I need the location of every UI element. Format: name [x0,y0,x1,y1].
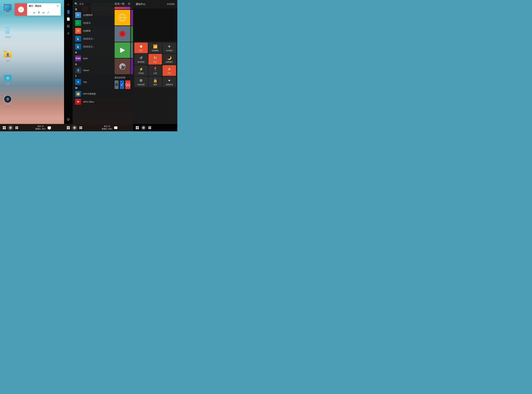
app-item-tim[interactable]: ✳ TIM [73,78,112,86]
section-header-t: T [73,74,112,78]
taskview-btn-right[interactable] [147,125,153,131]
app-icon-qq-custom1: 🐧 [75,36,81,42]
app-item-qq-custom2[interactable]: 🐧 QQ自定义... [73,43,112,51]
heart-icon-left[interactable]: ♡ [29,11,31,14]
circle-btn-left[interactable] [8,125,13,130]
toggle-clear-mem[interactable]: ✦ 清理内存 [162,77,176,87]
location-label: 位置 [153,72,157,75]
toggle-lock[interactable]: 🔒 锁屏 [148,77,162,87]
app-item-qq-custom1[interactable]: 🐧 QQ自定义... [73,35,112,43]
repeat-icon-left[interactable]: ↺ [47,11,49,14]
search-bar[interactable]: 🔍 [73,1,112,7]
taskbar-center-middle: ∧ 四月 18 星期日, 2021 [84,125,132,130]
windows-btn-left[interactable] [1,125,7,131]
notif-header: 通知中心 全部清除 [133,0,177,8]
sidebar-user[interactable]: 👤 [65,9,72,15]
music-widget-left[interactable]: ♪ 晴天 - 周杰伦 👕 ♡ ⏮ ⏸ ⏭ ↺ [15,3,61,16]
sidebar-settings[interactable]: ⚙ [65,30,72,37]
wifi-label: 无线网络 [151,49,159,52]
windows-logo-left [3,126,6,129]
windows-logo-right [136,126,139,129]
airplane-icon: ✈ [168,45,171,49]
next-btn-left[interactable]: ⏭ [42,11,45,14]
sidebar-photos[interactable]: 🖼 [65,23,72,30]
tiles-top-banner [115,7,130,9]
notif-clear-btn[interactable]: 全部清除 [167,3,175,5]
tile-steam-app[interactable] [115,59,130,74]
dnd-icon: 🌙 [167,56,172,60]
toggle-flashlight[interactable]: ⚡ 手电筒 [134,65,148,76]
sidebar-docs[interactable]: 📄 [65,16,72,22]
chat-btn-middle[interactable] [114,126,117,129]
recent-app-1[interactable]: ⚙ [115,80,119,89]
sidebar-power[interactable]: ⏻ [65,116,72,123]
notif-title: 通知中心 [136,3,146,6]
tile-play-store[interactable] [115,42,130,58]
app-item-qq-drawing[interactable]: ✏ QQ图制作 [73,11,112,19]
steam-icon-left[interactable]: S Steam [2,95,13,106]
toggle-wifi[interactable]: 📶 无线网络 [148,42,162,53]
tiles-panel: 生活一览 ⚙ [112,0,133,124]
tile-qq[interactable] [131,42,133,58]
sync-label: 同步 [153,61,157,63]
steam-glyph: S [77,69,79,72]
taskview-btn-left[interactable] [14,125,20,131]
recent-app-2[interactable]: ✓ [120,80,124,89]
date1-left: 四月 18 [37,125,43,128]
app-icon-rar: RAR [75,56,81,61]
airplane-label: 飞行模式 [166,49,173,52]
bluetooth-icon: ✱ [140,45,142,49]
app-icon-steam: S [75,67,81,73]
tile-wechat[interactable] [131,26,133,42]
toggle-location[interactable]: 📍 位置 [148,65,162,76]
app-name-rar: RAR [83,57,88,60]
date2-middle: 星期日, 2021 [102,128,112,130]
app-item-wps[interactable]: W WPS Office [73,98,112,106]
search-input[interactable] [79,3,110,5]
user-icon-left[interactable]: 👤 演户 [2,51,13,62]
app-item-wifi[interactable]: 📶 WiFi万能钥匙 [73,90,112,98]
recent-app-3[interactable]: QQ [125,80,130,89]
chat-btn-left[interactable] [48,126,51,129]
windows-btn-middle[interactable] [65,125,71,131]
toggle-bluetooth[interactable]: ✱ 蓝牙 [134,42,148,53]
app-item-qq-music[interactable]: ♪ QQ音乐 [73,19,112,27]
sidebar-hamburger[interactable]: ≡ [65,1,72,8]
toggle-rotate[interactable]: ↺ 旋转画面 [134,54,148,65]
toggle-device-settings[interactable]: ⚙ 设备设置 [134,77,148,87]
music-thumb-left: ♪ [15,3,27,16]
tile-music-app[interactable] [115,26,130,42]
circle-btn-right[interactable] [141,125,146,130]
pc-icon-img-left [4,4,12,12]
tile-video[interactable] [131,10,133,26]
toggle-brightness[interactable]: ☀ 75% [162,65,176,76]
recycle-icon-left[interactable]: 回收站 [2,27,13,38]
recycle-body-left [5,28,10,34]
qq-drawing-glyph: ✏ [77,13,79,17]
panel-left: ♪ 晴天 - 周杰伦 👕 ♡ ⏮ ⏸ ⏭ ↺ [0,0,64,131]
tiles-settings-icon[interactable]: ⚙ [128,2,130,5]
app-item-rar[interactable]: RAR RAR [73,55,112,62]
panel-right: 通知中心 全部清除 ✱ 蓝牙 📶 无线网络 ✈ [133,0,177,131]
pc-icon-left[interactable]: 此电脑 [2,4,13,15]
notif-panel: 通知中心 全部清除 ✱ 蓝牙 📶 无线网络 ✈ [133,0,177,131]
prev-btn-left[interactable]: ⏮ [33,11,36,14]
circle-btn-middle[interactable] [72,125,77,130]
location-icon: 📍 [153,67,157,71]
tile-tim-app[interactable]: ✳ [131,59,133,74]
app-item-qq-mail[interactable]: ✉ QQ邮箱 [73,27,112,35]
windows-btn-right[interactable] [134,125,140,131]
pause-btn-left[interactable]: ⏸ [37,11,40,14]
playstore-icon [119,46,126,54]
app-item-steam[interactable]: S Steam [73,66,112,74]
toggle-dnd[interactable]: 🌙 勿扰模式 [162,54,176,65]
toggle-airplane[interactable]: ✈ 飞行模式 [162,42,176,53]
settings-icon-left[interactable]: ⊞ 设置 [2,75,13,86]
qq-music-glyph: ♪ [78,21,79,25]
app-name-wps: WPS Office [83,101,94,103]
dnd-label: 勿扰模式 [166,61,173,63]
shirt-icon-left: 👕 [56,5,59,7]
taskview-btn-middle[interactable] [78,125,84,131]
toggle-sync[interactable]: ↻ 同步 [148,54,162,65]
tile-browser[interactable] [115,10,130,26]
